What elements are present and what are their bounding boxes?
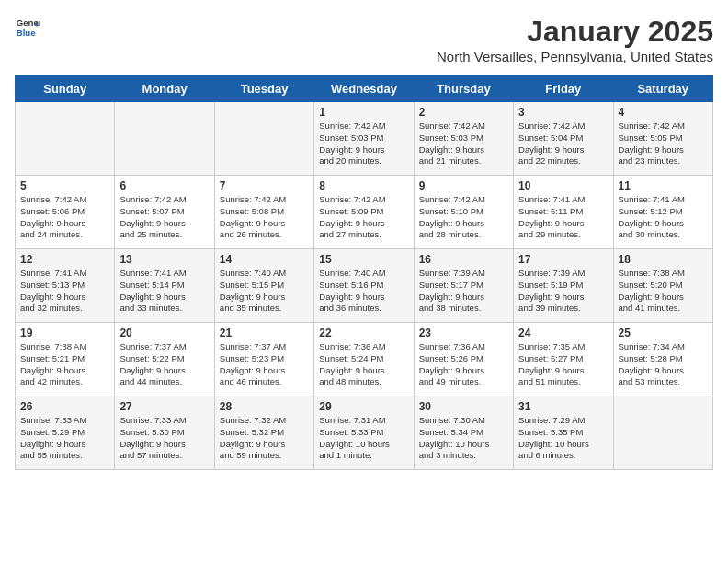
calendar-day-empty [613, 396, 712, 470]
day-number: 7 [220, 179, 309, 192]
day-content: Sunrise: 7:35 AM Sunset: 5:27 PM Dayligh… [518, 341, 608, 388]
day-content: Sunrise: 7:42 AM Sunset: 5:03 PM Dayligh… [319, 121, 408, 167]
day-content: Sunrise: 7:39 AM Sunset: 5:19 PM Dayligh… [518, 268, 608, 315]
calendar-day-24: 24Sunrise: 7:35 AM Sunset: 5:27 PM Dayli… [514, 323, 613, 396]
day-content: Sunrise: 7:38 AM Sunset: 5:21 PM Dayligh… [20, 341, 109, 388]
weekday-header-sunday: Sunday [16, 76, 115, 102]
calendar-day-13: 13Sunrise: 7:41 AM Sunset: 5:14 PM Dayli… [115, 249, 214, 323]
day-content: Sunrise: 7:42 AM Sunset: 5:06 PM Dayligh… [20, 194, 109, 241]
day-content: Sunrise: 7:40 AM Sunset: 5:16 PM Dayligh… [319, 268, 408, 315]
day-content: Sunrise: 7:42 AM Sunset: 5:10 PM Dayligh… [419, 194, 508, 241]
day-number: 22 [319, 327, 408, 339]
weekday-header-tuesday: Tuesday [214, 76, 313, 102]
day-number: 18 [619, 253, 708, 266]
calendar-day-23: 23Sunrise: 7:36 AM Sunset: 5:26 PM Dayli… [414, 323, 513, 396]
calendar-week-row: 5Sunrise: 7:42 AM Sunset: 5:06 PM Daylig… [16, 176, 713, 249]
calendar-day-16: 16Sunrise: 7:39 AM Sunset: 5:17 PM Dayli… [414, 249, 513, 323]
calendar-day-20: 20Sunrise: 7:37 AM Sunset: 5:22 PM Dayli… [115, 323, 214, 396]
day-content: Sunrise: 7:29 AM Sunset: 5:35 PM Dayligh… [518, 415, 608, 462]
day-number: 28 [220, 400, 309, 413]
day-content: Sunrise: 7:33 AM Sunset: 5:29 PM Dayligh… [20, 415, 109, 462]
logo: General Blue General Blue [15, 15, 40, 40]
day-number: 8 [319, 179, 408, 192]
calendar-day-30: 30Sunrise: 7:30 AM Sunset: 5:34 PM Dayli… [414, 396, 513, 470]
day-content: Sunrise: 7:41 AM Sunset: 5:14 PM Dayligh… [119, 268, 209, 315]
header: General Blue General Blue January 2025 N… [15, 15, 713, 64]
day-content: Sunrise: 7:36 AM Sunset: 5:24 PM Dayligh… [319, 341, 408, 388]
calendar-day-11: 11Sunrise: 7:41 AM Sunset: 5:12 PM Dayli… [613, 176, 712, 249]
weekday-header-monday: Monday [115, 76, 214, 102]
day-content: Sunrise: 7:38 AM Sunset: 5:20 PM Dayligh… [619, 268, 708, 315]
calendar-day-9: 9Sunrise: 7:42 AM Sunset: 5:10 PM Daylig… [414, 176, 513, 249]
day-number: 15 [319, 253, 408, 266]
calendar-day-7: 7Sunrise: 7:42 AM Sunset: 5:08 PM Daylig… [214, 176, 313, 249]
title-section: January 2025 North Versailles, Pennsylva… [437, 15, 713, 64]
day-number: 12 [20, 253, 109, 266]
day-content: Sunrise: 7:42 AM Sunset: 5:04 PM Dayligh… [518, 121, 608, 167]
day-number: 11 [619, 179, 708, 192]
day-content: Sunrise: 7:37 AM Sunset: 5:22 PM Dayligh… [119, 341, 209, 388]
calendar-day-empty [16, 102, 115, 176]
day-content: Sunrise: 7:33 AM Sunset: 5:30 PM Dayligh… [119, 415, 209, 462]
day-content: Sunrise: 7:39 AM Sunset: 5:17 PM Dayligh… [419, 268, 508, 315]
day-number: 21 [220, 327, 309, 339]
day-content: Sunrise: 7:40 AM Sunset: 5:15 PM Dayligh… [220, 268, 309, 315]
calendar-week-row: 12Sunrise: 7:41 AM Sunset: 5:13 PM Dayli… [16, 249, 713, 323]
calendar-day-29: 29Sunrise: 7:31 AM Sunset: 5:33 PM Dayli… [314, 396, 414, 470]
day-number: 17 [518, 253, 608, 266]
calendar-day-17: 17Sunrise: 7:39 AM Sunset: 5:19 PM Dayli… [514, 249, 613, 323]
day-number: 25 [619, 327, 708, 339]
weekday-header-saturday: Saturday [613, 76, 712, 102]
calendar-day-31: 31Sunrise: 7:29 AM Sunset: 5:35 PM Dayli… [514, 396, 613, 470]
calendar-day-1: 1Sunrise: 7:42 AM Sunset: 5:03 PM Daylig… [314, 102, 414, 176]
day-content: Sunrise: 7:42 AM Sunset: 5:03 PM Dayligh… [419, 121, 508, 167]
day-content: Sunrise: 7:30 AM Sunset: 5:34 PM Dayligh… [419, 415, 508, 462]
calendar-day-15: 15Sunrise: 7:40 AM Sunset: 5:16 PM Dayli… [314, 249, 414, 323]
calendar-week-row: 19Sunrise: 7:38 AM Sunset: 5:21 PM Dayli… [16, 323, 713, 396]
day-number: 4 [619, 106, 708, 119]
weekday-header-wednesday: Wednesday [314, 76, 414, 102]
calendar-day-26: 26Sunrise: 7:33 AM Sunset: 5:29 PM Dayli… [16, 396, 115, 470]
day-number: 29 [319, 400, 408, 413]
calendar-table: SundayMondayTuesdayWednesdayThursdayFrid… [15, 75, 713, 470]
day-number: 27 [119, 400, 209, 413]
day-number: 6 [119, 179, 209, 192]
calendar-day-2: 2Sunrise: 7:42 AM Sunset: 5:03 PM Daylig… [414, 102, 513, 176]
calendar-week-row: 1Sunrise: 7:42 AM Sunset: 5:03 PM Daylig… [16, 102, 713, 176]
day-number: 30 [419, 400, 508, 413]
calendar-subtitle: North Versailles, Pennsylvania, United S… [437, 49, 713, 64]
day-number: 23 [419, 327, 508, 339]
day-number: 5 [20, 179, 109, 192]
day-content: Sunrise: 7:41 AM Sunset: 5:11 PM Dayligh… [518, 194, 608, 241]
logo-icon: General Blue [15, 15, 40, 40]
calendar-day-25: 25Sunrise: 7:34 AM Sunset: 5:28 PM Dayli… [613, 323, 712, 396]
day-content: Sunrise: 7:36 AM Sunset: 5:26 PM Dayligh… [419, 341, 508, 388]
calendar-day-27: 27Sunrise: 7:33 AM Sunset: 5:30 PM Dayli… [115, 396, 214, 470]
calendar-day-14: 14Sunrise: 7:40 AM Sunset: 5:15 PM Dayli… [214, 249, 313, 323]
day-number: 20 [119, 327, 209, 339]
day-number: 19 [20, 327, 109, 339]
calendar-day-18: 18Sunrise: 7:38 AM Sunset: 5:20 PM Dayli… [613, 249, 712, 323]
day-content: Sunrise: 7:41 AM Sunset: 5:12 PM Dayligh… [619, 194, 708, 241]
calendar-day-28: 28Sunrise: 7:32 AM Sunset: 5:32 PM Dayli… [214, 396, 313, 470]
day-number: 24 [518, 327, 608, 339]
day-content: Sunrise: 7:41 AM Sunset: 5:13 PM Dayligh… [20, 268, 109, 315]
day-number: 26 [20, 400, 109, 413]
calendar-day-10: 10Sunrise: 7:41 AM Sunset: 5:11 PM Dayli… [514, 176, 613, 249]
svg-text:Blue: Blue [17, 28, 36, 38]
calendar-week-row: 26Sunrise: 7:33 AM Sunset: 5:29 PM Dayli… [16, 396, 713, 470]
weekday-header-friday: Friday [514, 76, 613, 102]
calendar-day-empty [214, 102, 313, 176]
calendar-day-8: 8Sunrise: 7:42 AM Sunset: 5:09 PM Daylig… [314, 176, 414, 249]
calendar-day-22: 22Sunrise: 7:36 AM Sunset: 5:24 PM Dayli… [314, 323, 414, 396]
day-number: 10 [518, 179, 608, 192]
day-number: 31 [518, 400, 608, 413]
day-number: 14 [220, 253, 309, 266]
day-content: Sunrise: 7:42 AM Sunset: 5:09 PM Dayligh… [319, 194, 408, 241]
day-content: Sunrise: 7:31 AM Sunset: 5:33 PM Dayligh… [319, 415, 408, 462]
weekday-header-row: SundayMondayTuesdayWednesdayThursdayFrid… [16, 76, 713, 102]
day-content: Sunrise: 7:42 AM Sunset: 5:05 PM Dayligh… [619, 121, 708, 167]
day-number: 1 [319, 106, 408, 119]
calendar-title: January 2025 [437, 15, 713, 49]
calendar-day-3: 3Sunrise: 7:42 AM Sunset: 5:04 PM Daylig… [514, 102, 613, 176]
